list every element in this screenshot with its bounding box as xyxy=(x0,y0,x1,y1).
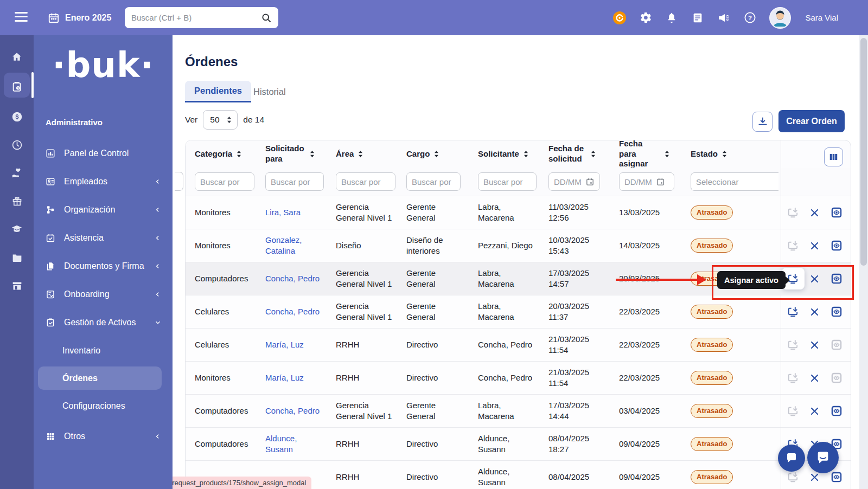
sidebar-item-organizacion[interactable]: Organización xyxy=(34,196,173,224)
cell-solicitado-para-link[interactable]: Aldunce, Susann xyxy=(265,433,336,455)
filter-fecha-asignar[interactable] xyxy=(619,172,674,191)
tab-pendientes[interactable]: Pendientes xyxy=(185,81,251,102)
col-header-cargo[interactable]: Cargo xyxy=(406,149,478,159)
sort-icon[interactable] xyxy=(236,150,242,158)
reject-order-button[interactable] xyxy=(808,239,821,252)
page-scrollbar-track[interactable] xyxy=(859,35,868,489)
sort-icon[interactable] xyxy=(523,150,529,158)
col-header-solicitado-para[interactable]: Solicitado para xyxy=(265,144,336,164)
search-icon[interactable] xyxy=(261,12,272,23)
calendar-icon[interactable] xyxy=(656,177,665,186)
sort-icon[interactable] xyxy=(309,150,315,158)
sort-icon[interactable] xyxy=(433,150,439,158)
reject-order-button[interactable] xyxy=(808,206,821,219)
cell-solicitado-para-link[interactable]: Concha, Pedro xyxy=(265,306,336,317)
col-header-solicitante[interactable]: Solicitante xyxy=(478,149,548,159)
filter-solicitante[interactable] xyxy=(478,172,537,191)
export-download-button[interactable] xyxy=(752,112,773,132)
col-header-fecha-solicitud[interactable]: Fecha de solicitud xyxy=(548,144,619,164)
view-order-button[interactable] xyxy=(830,338,843,351)
view-order-button[interactable] xyxy=(830,404,843,417)
rail-benefits-icon[interactable] xyxy=(0,159,34,187)
reject-order-button[interactable] xyxy=(808,404,821,417)
sort-icon[interactable] xyxy=(590,150,596,158)
chat-bubble-button[interactable] xyxy=(778,445,805,472)
rail-folder-icon[interactable] xyxy=(0,243,34,272)
cell-solicitado-para-link[interactable]: Lira, Sara xyxy=(265,207,336,218)
sidebar-item-documentos-y-firma[interactable]: Documentos y Firma xyxy=(34,252,173,280)
sort-icon[interactable] xyxy=(722,150,727,158)
filter-cargo[interactable] xyxy=(406,172,461,191)
cell-solicitado-para-link[interactable]: Concha, Pedro xyxy=(265,406,336,416)
rail-remunerations-icon[interactable] xyxy=(0,102,34,131)
settings-gear-icon[interactable] xyxy=(639,11,652,24)
sidebar-subitem-inventario[interactable]: Inventario xyxy=(34,337,173,364)
reject-order-button[interactable] xyxy=(808,272,821,285)
col-header-area[interactable]: Área xyxy=(336,149,406,159)
sidebar-item-gestion-de-activos[interactable]: Gestión de Activos xyxy=(34,308,173,337)
assign-asset-button[interactable] xyxy=(787,239,800,252)
view-order-button[interactable] xyxy=(830,239,843,252)
sort-icon[interactable] xyxy=(664,150,670,158)
assign-asset-button[interactable] xyxy=(787,404,800,417)
reject-order-button[interactable] xyxy=(808,305,821,318)
create-order-button[interactable]: Crear Orden xyxy=(778,110,845,132)
reject-order-button[interactable] xyxy=(808,371,821,384)
col-header-categoria[interactable]: Categoría xyxy=(195,149,265,159)
search-input[interactable] xyxy=(131,13,261,22)
page-size-select[interactable]: 50 xyxy=(203,110,238,130)
tab-historial[interactable]: Historial xyxy=(244,81,295,102)
page-scrollbar-thumb[interactable] xyxy=(860,38,867,266)
rail-gift-icon[interactable] xyxy=(0,187,34,215)
view-order-button[interactable] xyxy=(830,305,843,318)
sort-icon[interactable] xyxy=(358,150,363,158)
sidebar-subitem-ordenes[interactable]: Órdenes xyxy=(34,364,173,392)
user-name[interactable]: Sara Vial xyxy=(805,13,838,22)
hamburger-menu-icon[interactable] xyxy=(15,12,28,24)
news-icon[interactable] xyxy=(691,11,704,24)
avatar[interactable] xyxy=(769,7,791,29)
sidebar-item-asistencia[interactable]: Asistencia xyxy=(34,224,173,252)
column-settings-button[interactable] xyxy=(824,147,843,166)
notifications-bell-icon[interactable] xyxy=(665,11,678,24)
filter-area[interactable] xyxy=(336,172,395,191)
view-order-button[interactable] xyxy=(830,471,843,484)
sidebar-item-onboarding[interactable]: Onboarding xyxy=(34,280,173,308)
assign-asset-button[interactable] xyxy=(787,371,800,384)
view-order-button[interactable] xyxy=(830,371,843,384)
sidebar-item-panel-de-control[interactable]: Panel de Control xyxy=(34,139,173,168)
filter-estado-select[interactable] xyxy=(691,172,778,191)
cell-solicitado-para-link[interactable]: Gonzalez, Catalina xyxy=(265,235,336,257)
filter-solicitado-para[interactable] xyxy=(265,172,324,191)
assign-asset-button[interactable] xyxy=(787,471,800,484)
calendar-icon[interactable] xyxy=(585,177,595,186)
cell-solicitado-para-link[interactable]: María, Luz xyxy=(265,372,336,383)
cell-fecha-asignar: 14/03/2025 xyxy=(619,240,691,251)
help-icon[interactable]: ? xyxy=(743,11,756,24)
col-header-estado[interactable]: Estado xyxy=(691,149,781,159)
assign-asset-button[interactable] xyxy=(787,305,800,318)
rail-attendance-clock-icon[interactable] xyxy=(0,131,34,159)
period-selector[interactable]: Enero 2025 xyxy=(48,0,111,35)
rail-marketplace-icon[interactable] xyxy=(0,272,34,300)
col-header-fecha-asignar[interactable]: Fecha para asignar xyxy=(619,140,691,169)
filter-fecha-solicitud[interactable] xyxy=(548,172,600,191)
filter-categoria[interactable] xyxy=(195,172,254,191)
buk-rewards-icon[interactable] xyxy=(613,11,626,24)
sidebar-item-otros[interactable]: Otros xyxy=(34,422,173,451)
help-center-button[interactable] xyxy=(807,442,839,473)
rail-training-icon[interactable] xyxy=(0,215,34,243)
announcements-megaphone-icon[interactable] xyxy=(717,11,730,24)
reject-order-button[interactable] xyxy=(808,338,821,351)
assign-asset-button[interactable] xyxy=(787,206,800,219)
rail-home-icon[interactable] xyxy=(0,43,34,71)
sidebar-subitem-configuraciones[interactable]: Configuraciones xyxy=(34,392,173,420)
cell-solicitado-para-link[interactable]: Concha, Pedro xyxy=(265,273,336,284)
sidebar-item-empleados[interactable]: Empleados xyxy=(34,168,173,196)
view-order-button[interactable] xyxy=(830,206,843,219)
view-order-button[interactable] xyxy=(830,272,843,285)
global-search[interactable] xyxy=(125,7,278,28)
assign-asset-button[interactable] xyxy=(787,338,800,351)
cell-solicitado-para-link[interactable]: María, Luz xyxy=(265,339,336,350)
rail-administrative-icon[interactable] xyxy=(0,71,34,102)
